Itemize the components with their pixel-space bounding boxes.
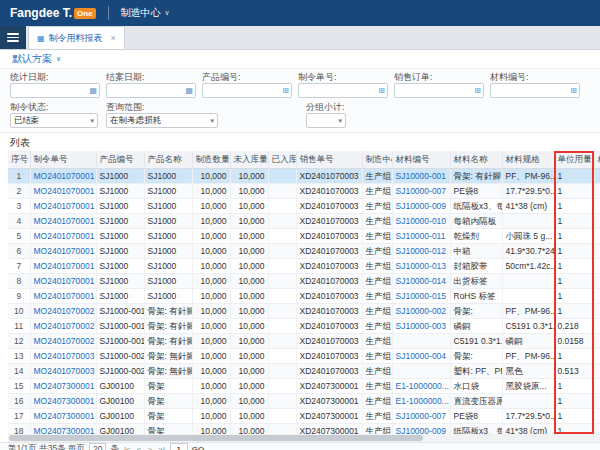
stat_date-input[interactable] <box>13 85 83 97</box>
cell-material_no[interactable]: SJ10000-013 <box>392 259 450 274</box>
cell-material_no[interactable]: SJ10000-002 <box>392 304 450 319</box>
next-page-button[interactable]: > <box>146 445 153 450</box>
table-row[interactable]: 8MO2401070001SJ1000SJ100010,00010,000XD2… <box>8 274 600 289</box>
table-row[interactable]: 18MO2407300001GJ00100骨架10,00010,000XD240… <box>8 424 600 435</box>
table-row[interactable]: 14MO2401070003SJ1000-002骨架: 無針腳10,00010,… <box>8 364 600 379</box>
prev-page-button[interactable]: < <box>136 445 143 450</box>
col-sales_no[interactable]: 销售单号 <box>296 151 362 169</box>
col-center[interactable]: 制造中心 <box>362 151 392 169</box>
table-row[interactable]: 16MO2407300001GJ00100骨架10,00010,000XD240… <box>8 394 600 409</box>
cell-material_no[interactable]: SJ10000-003 <box>392 319 450 334</box>
cell-mo_no[interactable]: MO2401070001 <box>30 214 96 229</box>
mo_status-select[interactable]: 已结案▾ <box>10 113 98 128</box>
mo_no-input[interactable] <box>301 85 371 97</box>
calendar-icon[interactable]: ▦ <box>185 86 193 96</box>
cell-mo_no[interactable]: MO2407300001 <box>30 424 96 435</box>
page-size-box[interactable]: 20 <box>89 443 106 450</box>
col-material_usage[interactable]: 材料用量 <box>594 151 600 169</box>
tab-material-report[interactable]: ▦ 制令用料报表 × <box>28 26 125 49</box>
nav-menu-manufacturing-center[interactable]: 制造中心 ∨ <box>121 6 170 20</box>
cell-material_no[interactable]: SJ10000-001 <box>392 169 450 184</box>
col-material_no[interactable]: 材料编号 <box>392 151 450 169</box>
table-row[interactable]: 3MO2401070001SJ1000SJ100010,00010,000XD2… <box>8 199 600 214</box>
table-row[interactable]: 7MO2401070001SJ1000SJ100010,00010,000XD2… <box>8 259 600 274</box>
cell-material_no[interactable]: E1-1000000... <box>392 379 450 394</box>
col-not_in_qty[interactable]: 未入库量 <box>230 151 268 169</box>
cell-mo_no[interactable]: MO2401070001 <box>30 169 96 184</box>
table-row[interactable]: 15MO2407300001GJ00100骨架10,00010,000XD240… <box>8 379 600 394</box>
cell-mo_no[interactable]: MO2401070002 <box>30 334 96 349</box>
cell-mo_no[interactable]: MO2401070002 <box>30 304 96 319</box>
calendar-icon[interactable]: ▦ <box>89 86 97 96</box>
cell-mo_no[interactable]: MO2407300001 <box>30 394 96 409</box>
material_no-input[interactable] <box>493 85 563 97</box>
browse-icon[interactable]: ⊞ <box>474 86 481 96</box>
cell-mo_no[interactable]: MO2401070001 <box>30 244 96 259</box>
table-row[interactable]: 9MO2401070001SJ1000SJ100010,00010,000XD2… <box>8 289 600 304</box>
group_subtotal-select[interactable]: ▾ <box>306 113 346 128</box>
col-material_spec[interactable]: 材料规格 <box>502 151 554 169</box>
col-product_name[interactable]: 产品名称 <box>144 151 192 169</box>
mo_no-input-box[interactable]: ⊞ <box>298 83 388 98</box>
cell-mo_no[interactable]: MO2401070001 <box>30 199 96 214</box>
cell-mo_no[interactable]: MO2401070003 <box>30 349 96 364</box>
col-product_no[interactable]: 产品编号 <box>96 151 144 169</box>
brand-logo[interactable]: Fangdee T. One <box>10 6 96 20</box>
cell-mo_no[interactable]: MO2401070003 <box>30 364 96 379</box>
close-icon[interactable]: × <box>111 33 116 43</box>
cell-mo_no[interactable]: MO2401070001 <box>30 289 96 304</box>
table-row[interactable]: 12MO2401070002SJ1000-001骨架: 有針腳10,00010,… <box>8 334 600 349</box>
col-material_name[interactable]: 材料名称 <box>450 151 502 169</box>
scheme-selector[interactable]: 默认方案 ∨ <box>12 52 61 66</box>
browse-icon[interactable]: ⊞ <box>570 86 577 96</box>
close_date-input[interactable] <box>109 85 179 97</box>
col-mfg_qty[interactable]: 制造数量 <box>192 151 230 169</box>
goto-page-input[interactable] <box>170 443 188 450</box>
browse-icon[interactable]: ⊞ <box>282 86 289 96</box>
material_no-input-box[interactable]: ⊞ <box>490 83 580 98</box>
col-unit_usage[interactable]: 单位用量 <box>554 151 594 169</box>
table-row[interactable]: 11MO2401070002SJ1000-001骨架: 有針腳10,00010,… <box>8 319 600 334</box>
cell-material_no[interactable]: SJ10000-012 <box>392 244 450 259</box>
cell-mo_no[interactable]: MO2401070001 <box>30 259 96 274</box>
cell-mo_no[interactable]: MO2401070001 <box>30 274 96 289</box>
horizontal-scrollbar[interactable] <box>8 434 600 442</box>
cell-mo_no[interactable]: MO2401070001 <box>30 229 96 244</box>
table-row[interactable]: 2MO2401070001SJ1000SJ100010,00010,000XD2… <box>8 184 600 199</box>
table-row[interactable]: 6MO2401070001SJ1000SJ100010,00010,000XD2… <box>8 244 600 259</box>
close_date-input-box[interactable]: ▦ <box>106 83 196 98</box>
sales_order-input-box[interactable]: ⊞ <box>394 83 484 98</box>
table-row[interactable]: 4MO2401070001SJ1000SJ100010,00010,000XD2… <box>8 214 600 229</box>
stat_date-input-box[interactable]: ▦ <box>10 83 100 98</box>
cell-mo_no[interactable]: MO2401070002 <box>30 319 96 334</box>
col-index[interactable]: 序号 <box>8 151 30 169</box>
cell-material_no[interactable]: E1-1000000... <box>392 394 450 409</box>
last-page-button[interactable]: >| <box>157 445 166 450</box>
table-row[interactable]: 5MO2401070001SJ1000SJ100010,00010,000XD2… <box>8 229 600 244</box>
cell-material_no[interactable]: SJ10000-014 <box>392 274 450 289</box>
cell-material_no[interactable]: SJ10000-004 <box>392 349 450 364</box>
go-button[interactable]: GO <box>192 445 204 450</box>
scrollbar-thumb[interactable] <box>9 435 423 441</box>
sidebar-toggle[interactable] <box>0 26 26 49</box>
first-page-button[interactable]: |< <box>123 445 132 450</box>
cell-material_no[interactable]: SJ10000-007 <box>392 409 450 424</box>
product_no-input[interactable] <box>205 85 275 97</box>
cell-mo_no[interactable]: MO2407300001 <box>30 379 96 394</box>
sales_order-input[interactable] <box>397 85 467 97</box>
cell-material_no[interactable]: SJ10000-011 <box>392 229 450 244</box>
table-row[interactable]: 1MO2401070001SJ1000SJ100010,00010,000XD2… <box>8 169 600 184</box>
cell-material_no[interactable]: SJ10000-009 <box>392 199 450 214</box>
col-mo_no[interactable]: 制令单号 <box>30 151 96 169</box>
cell-mo_no[interactable]: MO2401070001 <box>30 184 96 199</box>
browse-icon[interactable]: ⊞ <box>378 86 385 96</box>
table-row[interactable]: 10MO2401070002SJ1000-001骨架: 有針腳10,00010,… <box>8 304 600 319</box>
cell-material_no[interactable]: SJ10000-015 <box>392 289 450 304</box>
table-row[interactable]: 17MO2407300001GJ00100骨架10,00010,000XD240… <box>8 409 600 424</box>
query_scope-select[interactable]: 在制考虑损耗▾ <box>106 113 218 128</box>
cell-material_no[interactable]: SJ10000-010 <box>392 214 450 229</box>
table-row[interactable]: 13MO2401070003SJ1000-002骨架: 無針腳10,00010,… <box>8 349 600 364</box>
cell-material_no[interactable]: SJ10000-009 <box>392 424 450 435</box>
cell-material_no[interactable]: SJ10000-007 <box>392 184 450 199</box>
col-in_qty[interactable]: 已入库量 <box>268 151 296 169</box>
